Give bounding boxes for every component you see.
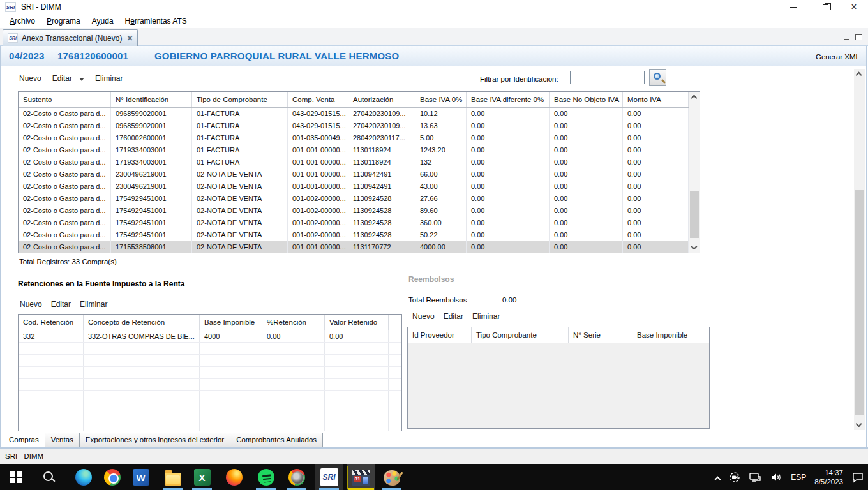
reembolsos-column-header[interactable]: Base Imponible [632, 327, 696, 343]
purchases-scroll-thumb[interactable] [690, 191, 699, 238]
purchases-row[interactable]: 02-Costo o Gasto para d...17549294510010… [19, 205, 689, 217]
taskbar-paint-icon[interactable] [377, 464, 406, 490]
bottom-tab-compras[interactable]: Compras [3, 433, 45, 447]
purchases-column-header[interactable]: Comp. Venta [288, 92, 348, 107]
cell [262, 343, 325, 354]
cell: 0.00 [325, 330, 389, 342]
eliminar-button[interactable]: Eliminar [95, 74, 123, 83]
retenciones-column-header[interactable]: Concepto de Retención [84, 315, 200, 330]
tray-language[interactable]: ESP [791, 473, 806, 482]
tray-clock[interactable]: 14:37 8/5/2023 [814, 468, 843, 486]
minimize-button[interactable] [784, 0, 803, 14]
bottom-tab-exportaciones[interactable]: Exportaciones y otros ingresos del exter… [79, 433, 230, 447]
retenciones-eliminar-button[interactable]: Eliminar [80, 300, 107, 309]
purchases-row[interactable]: 02-Costo o Gasto para d...17155385080010… [19, 241, 689, 253]
tray-meet-now-icon[interactable] [729, 471, 740, 483]
purchases-row[interactable]: 02-Costo o Gasto para d...09685990200010… [19, 120, 689, 132]
purchases-column-header[interactable]: Sustento [19, 92, 111, 107]
cell: 1754929451001 [111, 205, 192, 217]
taskbar-sri-icon[interactable]: SRi [315, 464, 343, 490]
filter-input[interactable] [570, 71, 645, 84]
purchases-table-scrollbar[interactable] [689, 92, 700, 253]
bottom-tab-comprobantes[interactable]: Comprobantes Anulados [230, 433, 323, 447]
purchases-row[interactable]: 02-Costo o Gasto para d...17193340030010… [19, 156, 689, 168]
retenciones-column-header[interactable]: Cod. Retención [19, 315, 84, 330]
scroll-down-icon[interactable] [691, 244, 698, 250]
purchases-column-header[interactable]: Autorización [348, 92, 415, 107]
purchases-row[interactable]: 02-Costo o Gasto para d...17193340030010… [19, 144, 689, 156]
editar-button[interactable]: Editar [52, 74, 72, 83]
cell [84, 379, 200, 390]
purchases-row[interactable]: 02-Costo o Gasto para d...17600026000010… [19, 132, 689, 144]
menubar: ArchivoProgramaAyudaHerramientas ATS [0, 14, 868, 28]
nuevo-button[interactable]: Nuevo [19, 74, 41, 83]
cell: 02-NOTA DE VENTA [192, 181, 288, 193]
view-maximize-icon[interactable] [855, 34, 864, 41]
cell: 360.00 [415, 217, 467, 229]
purchases-column-header[interactable]: Monto IVA [623, 92, 689, 107]
taskbar-spotify-icon[interactable] [251, 464, 280, 490]
reembolsos-editar-button[interactable]: Editar [444, 312, 463, 321]
scroll-up-icon[interactable] [691, 95, 698, 101]
view-minimize-icon[interactable] [844, 34, 853, 41]
purchases-column-header[interactable]: Tipo de Comprobante [192, 92, 288, 107]
view-scroll-thumb[interactable] [855, 190, 864, 415]
retenciones-empty-row [19, 379, 401, 391]
scroll-down-icon[interactable] [856, 421, 862, 427]
taskbar-chrome-profile-icon[interactable] [282, 464, 311, 490]
menu-archivo[interactable]: Archivo [4, 15, 41, 27]
purchases-row[interactable]: 02-Costo o Gasto para d...23004962190010… [19, 168, 689, 181]
reembolsos-nuevo-button[interactable]: Nuevo [412, 312, 435, 321]
tab-anexo-transaccional[interactable]: SRi Anexo Transaccional (Nuevo) ✕ [3, 29, 138, 46]
taskbar-chrome-icon[interactable] [98, 464, 126, 490]
scroll-up-icon[interactable] [856, 72, 862, 78]
reembolsos-column-header[interactable]: Tipo Comprobante [472, 327, 569, 343]
purchases-column-header[interactable]: Base IVA diferente 0% [467, 92, 550, 107]
tray-chevron-up-icon[interactable] [714, 474, 721, 480]
tab-close-icon[interactable]: ✕ [126, 34, 133, 43]
purchases-row[interactable]: 02-Costo o Gasto para d...09685990200010… [19, 108, 689, 120]
retenciones-row[interactable]: 332332-OTRAS COMPRAS DE BIE...40000.000.… [19, 330, 401, 343]
taskbar-file-explorer-icon[interactable] [158, 464, 187, 490]
retenciones-column-header[interactable]: Valor Retenido [325, 315, 389, 330]
menu-programa[interactable]: Programa [41, 15, 86, 27]
restore-button[interactable] [816, 0, 835, 14]
taskbar-edge-icon[interactable] [69, 464, 98, 490]
cell: 89.60 [415, 205, 467, 217]
cell: 27.66 [415, 193, 467, 205]
chevron-down-icon[interactable] [79, 78, 84, 81]
cell: 02-Costo o Gasto para d... [19, 229, 111, 241]
tray-volume-icon[interactable] [770, 471, 782, 483]
bottom-tab-ventas[interactable]: Ventas [45, 433, 80, 447]
tray-action-center-icon[interactable] [851, 471, 864, 483]
retenciones-title: Retenciones en la Fuente Impuesto a la R… [18, 279, 184, 288]
taskbar-firefox-icon[interactable] [220, 464, 248, 490]
reembolsos-column-header[interactable]: N° Serie [569, 327, 632, 343]
retenciones-column-header[interactable]: %Retención [262, 315, 325, 330]
purchases-column-header[interactable]: N° Identificación [111, 92, 192, 107]
view-scrollbar[interactable] [854, 69, 865, 430]
taskbar-excel-icon[interactable]: X [188, 464, 216, 490]
reembolsos-eliminar-button[interactable]: Eliminar [472, 312, 500, 321]
close-button[interactable]: × [844, 0, 864, 14]
taskbar-word-icon[interactable]: W [126, 464, 155, 490]
purchases-column-header[interactable]: Base IVA 0% [415, 92, 467, 107]
purchases-row[interactable]: 02-Costo o Gasto para d...17549294510010… [19, 217, 689, 229]
purchases-row[interactable]: 02-Costo o Gasto para d...17549294510010… [19, 229, 689, 241]
retenciones-column-header[interactable]: Base Imponible [200, 315, 262, 330]
cell: 0.00 [623, 181, 689, 193]
retenciones-editar-button[interactable]: Editar [51, 300, 71, 309]
purchases-row[interactable]: 02-Costo o Gasto para d...17549294510010… [19, 193, 689, 205]
taskbar-dimm-icon[interactable] [347, 464, 375, 490]
retenciones-nuevo-button[interactable]: Nuevo [20, 300, 42, 309]
tray-network-icon[interactable] [749, 471, 761, 483]
filter-search-button[interactable] [649, 69, 666, 86]
reembolsos-column-header[interactable]: Id Proveedor [408, 327, 472, 343]
menu-ayuda[interactable]: Ayuda [86, 15, 119, 27]
taskbar-start-icon[interactable] [1, 464, 30, 490]
generar-xml-button[interactable]: Generar XML [816, 53, 860, 61]
taskbar-search-icon[interactable] [34, 464, 63, 490]
purchases-row[interactable]: 02-Costo o Gasto para d...23004962190010… [19, 181, 689, 193]
purchases-column-header[interactable]: Base No Objeto IVA [550, 92, 623, 107]
menu-herramientas-ats[interactable]: Herramientas ATS [119, 15, 193, 27]
